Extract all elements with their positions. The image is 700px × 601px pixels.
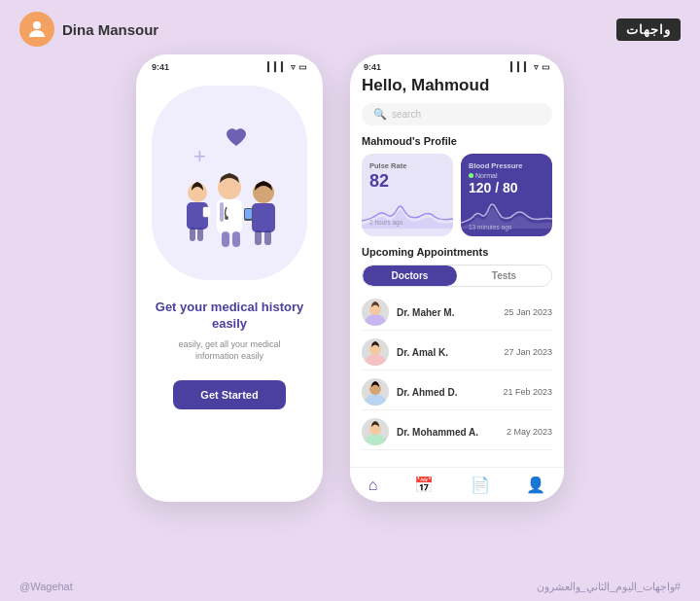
footer: @Wagehat #واجهات_اليوم_الثاني_والعشرون [0, 581, 700, 593]
bottom-nav: ⌂ 📅 📄 👤 [350, 467, 564, 502]
phone-left: 9:41 ▎▎▎ ▿ ▭ + [136, 54, 323, 502]
svg-rect-12 [197, 228, 203, 241]
doc-date: 27 Jan 2023 [504, 347, 552, 357]
signal-icon: ▎▎▎ [267, 62, 288, 72]
footer-right: #واجهات_اليوم_الثاني_والعشرون [537, 581, 681, 593]
pulse-chart [362, 201, 453, 229]
pulse-rate-card: Pulse Rate 82 2 hours ago [362, 154, 453, 236]
footer-left: @Wagehat [19, 581, 73, 593]
search-placeholder: search [392, 109, 421, 120]
document-icon[interactable]: 📄 [471, 476, 490, 494]
status-icons-right: ▎▎▎ ▿ ▭ [510, 62, 550, 72]
user-avatar [19, 12, 54, 47]
svg-rect-6 [222, 231, 229, 247]
svg-rect-18 [264, 230, 271, 245]
doc-date: 21 Feb 2023 [503, 387, 552, 397]
status-icons-left: ▎▎▎ ▿ ▭ [267, 62, 307, 72]
doctors-illustration: + [157, 105, 302, 280]
wagehat-logo: واجهات [616, 18, 681, 41]
tagline-sub: easily, get all your medicalinformation … [152, 338, 307, 363]
wifi-icon-right: ▿ [534, 62, 539, 72]
svg-rect-17 [255, 230, 262, 245]
greeting-text: Hello, Mahmoud [362, 76, 552, 95]
upcoming-title: Upcoming Appointments [362, 246, 552, 258]
user-name-label: Dina Mansour [62, 21, 158, 38]
doc-name: Dr. Mohammed A. [397, 427, 499, 438]
tab-doctors[interactable]: Doctors [363, 265, 457, 286]
doc-name: Dr. Maher M. [397, 307, 496, 318]
svg-point-23 [364, 394, 387, 406]
profile-icon[interactable]: 👤 [526, 476, 545, 494]
svg-point-26 [369, 423, 381, 435]
profile-cards: Pulse Rate 82 2 hours ago Blood Pressure [362, 154, 552, 236]
doc-avatar [362, 418, 389, 445]
bp-chart [461, 201, 552, 229]
get-started-button[interactable]: Get Started [173, 380, 285, 409]
search-icon: 🔍 [373, 108, 387, 121]
appointment-item: Dr. Maher M.25 Jan 2023 [362, 295, 552, 331]
wifi-icon: ▿ [291, 62, 296, 72]
status-bar-right: 9:41 ▎▎▎ ▿ ▭ [350, 54, 564, 76]
svg-text:+: + [193, 144, 206, 168]
svg-point-22 [369, 343, 381, 355]
doc-avatar [362, 378, 389, 406]
tagline: Get your medical history easily easily, … [136, 300, 323, 363]
appointments-tabs: Doctors Tests [362, 265, 552, 287]
phone-right: 9:41 ▎▎▎ ▿ ▭ Hello, Mahmoud 🔍 search Mah… [350, 54, 564, 502]
tab-tests[interactable]: Tests [457, 265, 551, 286]
doc-name: Dr. Ahmed D. [397, 387, 495, 398]
svg-point-25 [364, 434, 387, 445]
svg-rect-7 [232, 231, 240, 247]
bp-label: Blood Pressure [469, 161, 544, 170]
svg-point-24 [369, 383, 381, 395]
illustration-area: + [152, 86, 307, 280]
bp-value: 120 / 80 [469, 181, 544, 194]
battery-icon-right: ▭ [542, 62, 550, 72]
header-left: Dina Mansour [19, 12, 158, 47]
tagline-main: Get your medical history easily [152, 300, 307, 333]
svg-rect-4 [220, 202, 224, 222]
pulse-label: Pulse Rate [369, 161, 445, 170]
svg-point-21 [364, 354, 387, 366]
calendar-icon[interactable]: 📅 [414, 476, 434, 494]
bp-normal-badge: Normal [469, 172, 544, 179]
search-bar[interactable]: 🔍 search [362, 103, 552, 125]
appointment-list: Dr. Maher M.25 Jan 2023Dr. Amal K.27 Jan… [362, 295, 552, 450]
normal-dot [469, 173, 473, 178]
pulse-value: 82 [369, 172, 445, 190]
blood-pressure-card: Blood Pressure Normal 120 / 80 13 minute… [461, 154, 552, 236]
svg-rect-14 [252, 203, 275, 232]
header: Dina Mansour واجهات [0, 0, 700, 54]
battery-icon: ▭ [298, 62, 307, 72]
svg-point-19 [364, 314, 387, 326]
home-icon[interactable]: ⌂ [368, 477, 378, 494]
signal-icon-right: ▎▎▎ [510, 62, 531, 72]
svg-point-5 [225, 216, 228, 220]
profile-section-title: Mahmoud's Profile [362, 135, 552, 147]
doc-name: Dr. Amal K. [397, 347, 496, 358]
status-bar-left: 9:41 ▎▎▎ ▿ ▭ [136, 54, 323, 76]
appointment-item: Dr. Ahmed D.21 Feb 2023 [362, 374, 552, 410]
doc-date: 25 Jan 2023 [504, 307, 552, 317]
svg-point-20 [369, 303, 381, 315]
right-content: Hello, Mahmoud 🔍 search Mahmoud's Profil… [350, 76, 564, 467]
doc-avatar [362, 299, 389, 326]
doc-avatar [362, 338, 389, 366]
svg-rect-10 [203, 207, 211, 217]
svg-point-0 [33, 21, 41, 29]
appointment-item: Dr. Amal K.27 Jan 2023 [362, 335, 552, 371]
svg-rect-11 [190, 228, 195, 241]
phones-container: 9:41 ▎▎▎ ▿ ▭ + [0, 54, 700, 502]
svg-rect-16 [245, 209, 252, 219]
appointment-item: Dr. Mohammed A.2 May 2023 [362, 414, 552, 450]
doc-date: 2 May 2023 [507, 427, 552, 437]
